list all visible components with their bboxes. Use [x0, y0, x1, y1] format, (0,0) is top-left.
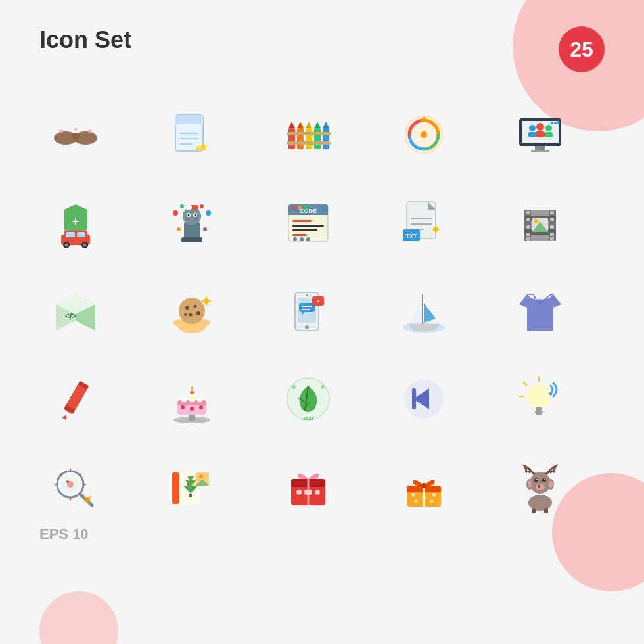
svg-rect-73 [292, 220, 312, 222]
svg-point-121 [189, 313, 192, 317]
svg-rect-196 [172, 472, 179, 504]
svg-point-37 [545, 125, 552, 131]
svg-rect-238 [544, 508, 548, 513]
svg-point-218 [421, 483, 426, 488]
svg-point-219 [411, 493, 415, 497]
svg-point-2 [72, 133, 80, 139]
icon-fence [272, 99, 344, 171]
svg-point-176 [549, 392, 553, 396]
svg-marker-142 [409, 298, 423, 323]
svg-rect-157 [190, 392, 194, 402]
bg-decoration-bottom-left [39, 591, 118, 644]
svg-point-35 [536, 123, 544, 131]
svg-point-122 [196, 311, 200, 315]
svg-rect-98 [526, 211, 530, 214]
icon-christmas-book [156, 451, 228, 523]
icon-sailboat [388, 275, 460, 347]
svg-marker-17 [297, 122, 304, 128]
svg-point-132 [306, 294, 308, 296]
icon-mobile-message: + [272, 275, 344, 347]
svg-point-63 [200, 204, 204, 208]
svg-rect-18 [306, 128, 312, 149]
svg-text:ECO: ECO [303, 416, 313, 421]
icon-gift-box-yellow [388, 451, 460, 523]
svg-point-116 [173, 319, 184, 326]
svg-line-194 [89, 496, 91, 498]
svg-point-79 [306, 237, 310, 241]
svg-rect-171 [412, 388, 416, 409]
svg-point-61 [203, 227, 207, 231]
svg-rect-106 [550, 233, 554, 236]
svg-rect-46 [77, 232, 85, 237]
svg-point-72 [304, 206, 308, 210]
svg-point-221 [422, 495, 426, 499]
svg-point-234 [528, 481, 532, 488]
svg-point-4 [88, 129, 92, 133]
svg-point-206 [199, 474, 203, 478]
svg-marker-146 [62, 413, 68, 420]
svg-point-190 [66, 480, 69, 483]
svg-rect-175 [536, 413, 542, 415]
svg-text:</>: </> [65, 311, 76, 321]
svg-rect-237 [532, 508, 536, 513]
page-title: Icon Set [39, 26, 131, 54]
svg-point-117 [200, 319, 210, 326]
svg-point-50 [83, 244, 87, 247]
icon-code-box: </> [39, 275, 112, 347]
icon-txt-file: TXT [388, 187, 460, 259]
svg-point-235 [549, 481, 553, 488]
svg-point-71 [298, 206, 302, 210]
svg-point-60 [177, 227, 181, 231]
icon-pen [39, 363, 112, 435]
svg-point-40 [554, 122, 557, 124]
icon-car-insurance: + [39, 187, 112, 259]
svg-point-212 [315, 490, 320, 495]
svg-point-56 [187, 214, 189, 216]
svg-point-229 [544, 479, 545, 480]
svg-rect-100 [526, 225, 530, 229]
svg-point-192 [85, 497, 90, 503]
svg-point-158 [190, 391, 194, 394]
svg-point-227 [542, 478, 546, 482]
svg-point-39 [551, 122, 553, 124]
svg-point-226 [534, 478, 538, 482]
svg-rect-14 [288, 128, 295, 149]
icon-grid: + [39, 99, 605, 523]
svg-point-78 [300, 237, 304, 241]
svg-marker-15 [288, 122, 295, 128]
svg-point-70 [292, 206, 296, 210]
svg-point-131 [305, 325, 309, 329]
icon-luggage [504, 187, 576, 259]
svg-rect-213 [304, 490, 312, 495]
svg-rect-36 [536, 131, 545, 137]
svg-rect-99 [526, 218, 530, 221]
svg-text:CODE: CODE [300, 208, 317, 214]
svg-point-236 [528, 495, 552, 511]
svg-point-202 [187, 483, 189, 486]
svg-rect-34 [528, 132, 536, 137]
svg-rect-107 [550, 237, 554, 241]
icon-gift-box-red [272, 451, 344, 523]
svg-rect-201 [189, 494, 192, 497]
svg-point-222 [415, 500, 418, 503]
svg-marker-144 [424, 303, 436, 323]
svg-rect-173 [536, 407, 542, 411]
svg-point-59 [206, 210, 211, 216]
svg-point-123 [184, 313, 187, 316]
svg-rect-32 [531, 150, 549, 152]
svg-rect-102 [526, 237, 530, 241]
svg-point-230 [536, 484, 545, 490]
svg-point-228 [536, 479, 538, 480]
svg-point-220 [432, 493, 436, 497]
svg-rect-76 [292, 234, 307, 236]
svg-text:+: + [72, 215, 80, 228]
svg-point-167 [292, 385, 296, 389]
svg-point-161 [199, 405, 203, 409]
svg-rect-8 [175, 120, 203, 124]
page-header: Icon Set 25 [39, 26, 605, 72]
svg-text:+: + [316, 298, 319, 304]
icon-star-document [156, 99, 228, 171]
svg-rect-174 [535, 411, 543, 413]
svg-rect-22 [323, 128, 329, 149]
svg-line-178 [523, 382, 527, 386]
